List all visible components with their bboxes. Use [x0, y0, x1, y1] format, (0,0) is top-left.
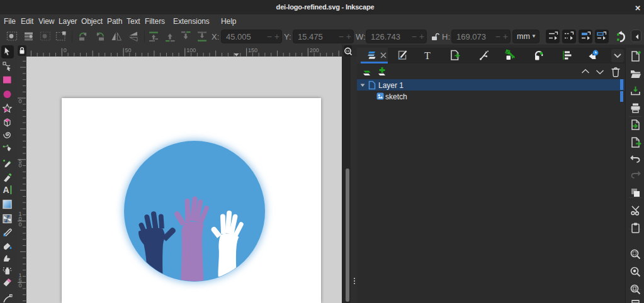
svg-text:100: 100 [186, 47, 196, 53]
svg-text:150: 150 [248, 47, 257, 53]
svg-text:0: 0 [19, 98, 22, 104]
svg-text:0: 0 [19, 282, 22, 289]
svg-text:0: 0 [64, 47, 67, 53]
svg-text:A: A [3, 185, 9, 195]
svg-text:0: 0 [19, 162, 22, 168]
svg-text:T: T [424, 50, 431, 61]
svg-text:0: 0 [19, 221, 22, 228]
svg-text:50: 50 [125, 47, 132, 53]
svg-text:200: 200 [310, 47, 319, 53]
